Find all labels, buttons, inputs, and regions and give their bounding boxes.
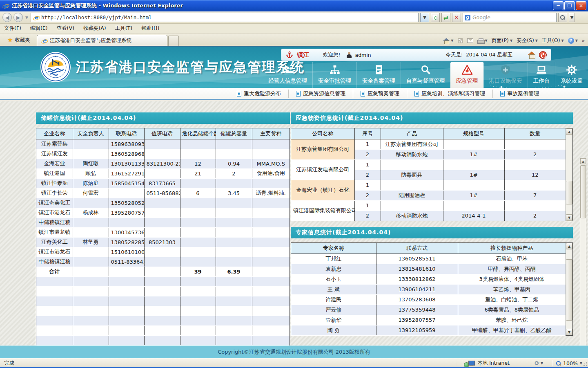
scroll-down-icon[interactable]: ▼	[566, 329, 572, 335]
nav-item[interactable]: 经营人信息管理	[263, 62, 313, 88]
table-cell	[504, 139, 566, 149]
subnav-item[interactable]: 重大危险源分布	[229, 90, 288, 98]
nav-item[interactable]: 应急管理	[450, 62, 483, 88]
menu-item[interactable]: 帮助(H)	[141, 25, 159, 32]
help-button[interactable]: ?▼	[568, 38, 578, 44]
table-cell	[216, 296, 252, 306]
safety-menu-button[interactable]: 安全(S)▼	[517, 37, 538, 44]
feeds-button[interactable]	[458, 38, 463, 43]
tank-panel-title: 储罐信息统计(截止2014.04.04)	[36, 112, 290, 124]
tank-table-header: 企业名称安全负责人联系电话值班电话危化品储罐个数储罐总容量主要货种	[36, 128, 290, 139]
new-tab-button[interactable]	[168, 36, 179, 46]
search-placeholder: Google	[472, 14, 490, 20]
logout-power-icon[interactable]	[539, 51, 547, 59]
company-cell: 金海宏业（镇江）石化	[291, 180, 354, 200]
overflow-chevron-icon[interactable]: »	[582, 38, 584, 43]
shield-icon	[500, 64, 511, 76]
materiel-scrollbar[interactable]: ▲ ▼	[566, 128, 572, 221]
protected-mode-button[interactable]: ⟳ ▼	[535, 360, 543, 366]
refresh-button[interactable]: ⇄	[441, 13, 450, 22]
compatibility-button[interactable]	[431, 13, 440, 22]
tools-menu-button[interactable]: 工具(O)▼	[542, 37, 564, 44]
table-row	[36, 306, 290, 316]
forward-button[interactable]: ▶	[13, 13, 23, 22]
search-input[interactable]: g Google	[463, 13, 557, 22]
search-button[interactable]	[558, 13, 567, 22]
print-button[interactable]: ▼	[477, 38, 488, 43]
table-cell	[381, 200, 443, 211]
table-cell	[180, 218, 216, 227]
table-cell: 13615272919	[109, 168, 144, 178]
nav-item[interactable]: 自查与督查管理	[401, 62, 450, 88]
history-dropdown-icon[interactable]: ▼	[25, 16, 28, 20]
back-button[interactable]: ◀	[2, 13, 12, 22]
stop-button[interactable]: ✕	[452, 13, 461, 22]
page-menu-button[interactable]: 页面(P)▼	[492, 37, 512, 44]
nav-item[interactable]: 安全审批管理	[312, 62, 356, 88]
menu-item[interactable]: 编辑(E)	[30, 25, 48, 32]
table-cell	[216, 218, 252, 227]
scroll-up-icon[interactable]: ▲	[580, 158, 586, 164]
table-row: 王 斌13906104211苯乙烯、甲基丙	[291, 284, 566, 294]
table-cell: 0.94	[216, 159, 252, 168]
table-cell	[252, 139, 290, 149]
scroll-down-icon[interactable]: ▼	[566, 214, 572, 221]
subnav-item[interactable]: 事故案例管理	[492, 90, 546, 98]
nav-item-label: 自查与督查管理	[406, 77, 445, 85]
table-cell	[180, 296, 216, 306]
address-input[interactable]: e http://localhost:8080/yjpt/Main.html	[31, 13, 419, 22]
resize-grip[interactable]	[582, 361, 587, 366]
menu-item[interactable]: 工具(T)	[115, 25, 132, 32]
table-cell	[443, 139, 504, 149]
table-cell	[216, 208, 252, 218]
menu-item[interactable]: 查看(V)	[57, 25, 74, 32]
table-cell: 陶 勇	[291, 325, 376, 335]
page-scrollbar[interactable]: ▲ ▼	[580, 158, 586, 368]
table-cell	[252, 335, 290, 345]
nav-item[interactable]: 港口设施保安	[483, 62, 528, 88]
table-cell	[144, 335, 180, 345]
table-cell	[443, 200, 504, 211]
subnav-item[interactable]: 应急资源信息管理	[288, 90, 353, 98]
table-row: 石小玉133388128623类易燃液体、4类易燃固体	[291, 274, 566, 284]
subnav-item-label: 应急培训、演练和演习管理	[421, 90, 485, 97]
home-button[interactable]: ▼	[443, 38, 453, 43]
table-cell: 1#	[443, 170, 504, 180]
nav-item[interactable]: 工作台	[528, 62, 555, 88]
address-dropdown-button[interactable]: ▼	[420, 13, 429, 22]
scroll-thumb[interactable]	[566, 259, 572, 321]
table-row: 江苏索普集15896380938	[36, 139, 290, 149]
portal-home-icon[interactable]	[528, 52, 536, 58]
menu-item[interactable]: 收藏夹(A)	[83, 25, 106, 32]
favorites-label: 收藏夹	[15, 37, 30, 44]
mail-button[interactable]	[467, 38, 473, 43]
table-cell: 15896380938	[109, 139, 144, 149]
subnav-item[interactable]: 应急培训、演练和演习管理	[407, 90, 492, 98]
table-row	[36, 325, 290, 335]
table-cell	[73, 286, 109, 296]
browser-tab[interactable]: e 江苏省港口安全监管与应急管理系统	[37, 35, 167, 46]
scroll-thumb[interactable]	[580, 165, 586, 218]
scroll-up-icon[interactable]: ▲	[566, 243, 572, 249]
company-cell: 江苏镇江发电有限公司	[291, 159, 354, 180]
scroll-thumb[interactable]	[566, 181, 572, 204]
close-button[interactable]: ✕	[576, 1, 586, 10]
table-cell	[180, 247, 216, 257]
subnav-item[interactable]: 应急预案管理	[353, 90, 407, 98]
search-options-dropdown[interactable]: ▼	[569, 13, 575, 22]
scroll-up-icon[interactable]: ▲	[566, 128, 572, 135]
expert-scrollbar[interactable]: ▲ ▼	[566, 243, 572, 335]
menu-item[interactable]: 文件(F)	[4, 25, 21, 32]
table-row: 镇江港国际集装箱有限公司1	[291, 200, 566, 211]
window-titlebar: e 江苏省港口安全监管与应急管理系统 - Windows Internet Ex…	[0, 0, 588, 11]
table-cell	[180, 227, 216, 237]
table-row: 镇江港国顾弘13615272919212食用油,食用	[36, 168, 290, 178]
favorites-button[interactable]: ★ 收藏夹	[2, 35, 35, 45]
nav-item[interactable]: 安全备案管理	[356, 62, 401, 88]
protected-mode-icon: ⟳	[535, 360, 539, 366]
nav-item[interactable]: 系统设置	[555, 62, 588, 88]
minimize-button[interactable]: ─	[553, 1, 564, 10]
table-cell	[73, 316, 109, 325]
table-cell	[216, 286, 252, 296]
restore-button[interactable]: ❐	[564, 1, 575, 10]
